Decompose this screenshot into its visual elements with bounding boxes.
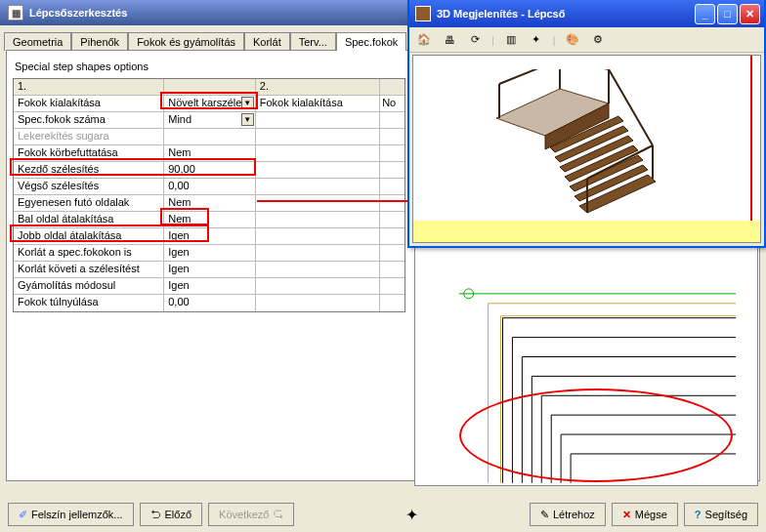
tab-korlat[interactable]: Korlát — [244, 32, 290, 51]
cell-korbefuttatasa-value[interactable]: Nem — [164, 145, 256, 161]
row-korbefuttatasa: Fokok körbefuttatása Nem — [14, 145, 404, 162]
preview-3d-toolbar: 🏠 🖶 ⟳ | ▥ ✦ | 🎨 ⚙ — [409, 27, 764, 53]
help-icon: ? — [695, 509, 702, 520]
view-icon[interactable]: ▥ — [502, 31, 520, 49]
row-korlat-koveti: Korlát követi a szélesítést Igen — [14, 262, 404, 278]
cancel-button[interactable]: ✕ Mégse — [612, 503, 678, 526]
row-bal-oldal: Bal oldal átalakítása Nem — [14, 212, 404, 228]
settings-icon[interactable]: ✦ — [528, 31, 545, 49]
col-header-1: 1. — [14, 79, 164, 95]
preview-3d-titlebar[interactable]: 3D Megjelenítés - Lépcső _ □ ✕ — [409, 0, 764, 27]
tab-terv[interactable]: Terv... — [290, 32, 336, 51]
gear-icon[interactable]: ⚙ — [589, 31, 607, 49]
refresh-icon[interactable]: ⟳ — [466, 31, 484, 49]
app-icon: ▦ — [8, 5, 23, 20]
palette-icon[interactable]: 🎨 — [564, 31, 581, 49]
row-gyamolitas-modosul: Gyámolítás módosul Igen — [14, 278, 404, 295]
cell-korlat-koveti-value[interactable]: Igen — [164, 262, 256, 277]
home-icon[interactable]: 🏠 — [415, 31, 433, 49]
tab-specfokok[interactable]: Spec.fokok — [336, 32, 406, 51]
pencil-icon: ✎ — [540, 509, 549, 521]
button-bar: ✐ Felszín jellemzők... ⮌ Előző Következő… — [0, 497, 766, 532]
stair-3d-render — [491, 69, 667, 225]
row-kezdo-szelesites: Kezdő szélesítés 90,00 — [14, 162, 404, 179]
row-fokok-kialakitasa: Fokok kialakítása Növelt karszéles▼ Foko… — [14, 96, 404, 112]
close-button[interactable]: ✕ — [740, 4, 760, 24]
row-fokok-tulnyulasa: Fokok túlnyúlása 0,00 — [14, 295, 404, 311]
row-vegso-szelesites: Végső szélesítés 0,00 — [14, 179, 404, 195]
tab-fokok[interactable]: Fokok és gyámolítás — [128, 32, 244, 51]
row-specfokok-szama: Spec.fokok száma Mind▼ — [14, 112, 404, 129]
cell-fokok-kialakitasa-value[interactable]: Növelt karszéles▼ — [164, 96, 256, 111]
print-icon[interactable]: 🖶 — [441, 31, 458, 49]
next-button: Következő ⮎ — [208, 503, 294, 526]
cell-kezdo-szelesites-value[interactable]: 90,00 — [164, 162, 256, 178]
row-korlat-specfokokon: Korlát a spec.fokokon is Igen — [14, 245, 404, 262]
stair-icon — [415, 6, 431, 21]
next-icon: ⮎ — [273, 509, 283, 520]
annotation-line — [750, 56, 752, 221]
cell-gyamolitas-modosul-value[interactable]: Igen — [164, 278, 256, 294]
help-button[interactable]: ? Segítség — [684, 503, 758, 526]
cell-egyenesen-futo-value[interactable]: Nem — [164, 195, 256, 211]
preview-3d-title: 3D Megjelenítés - Lépcső — [437, 8, 565, 20]
cell-vegso-szelesites-value[interactable]: 0,00 — [164, 179, 256, 194]
grid-header: 1. 2. — [14, 79, 404, 96]
tab-pihenok[interactable]: Pihenők — [71, 32, 128, 51]
row-jobb-oldal: Jobb oldal átalakítása Igen — [14, 228, 404, 245]
cell-korlat-specfokokon-value[interactable]: Igen — [164, 245, 256, 261]
row-egyenesen-futo: Egyenesen futó oldalak Nem — [14, 195, 404, 212]
maximize-button[interactable]: □ — [717, 4, 738, 24]
options-grid: 1. 2. Fokok kialakítása Növelt karszéles… — [13, 78, 405, 312]
cell-fokok-tulnyulasa-value[interactable]: 0,00 — [164, 295, 256, 311]
cell-specfokok-szama-value[interactable]: Mind▼ — [164, 112, 256, 128]
row-lekerekites: Lekerekítés sugara — [14, 129, 404, 145]
create-button[interactable]: ✎ Létrehoz — [530, 503, 606, 526]
surface-props-button[interactable]: ✐ Felszín jellemzők... — [8, 503, 134, 526]
cell-jobb-oldal-value[interactable]: Igen — [164, 228, 256, 244]
cell-bal-oldal-value[interactable]: Nem — [164, 212, 256, 227]
dropdown-icon[interactable]: ▼ — [241, 113, 254, 126]
minimize-button[interactable]: _ — [695, 4, 715, 24]
tab-geometria[interactable]: Geometria — [4, 32, 71, 51]
col-header-2: 2. — [256, 79, 380, 95]
brush-icon: ✐ — [19, 509, 27, 521]
preview-3d-window[interactable]: 3D Megjelenítés - Lépcső _ □ ✕ 🏠 🖶 ⟳ | ▥… — [407, 0, 766, 248]
prev-button[interactable]: ⮌ Előző — [140, 503, 203, 526]
preview-3d-canvas[interactable] — [412, 55, 761, 243]
close-icon: ✕ — [622, 509, 631, 521]
axis-icon[interactable]: ✦ — [405, 506, 418, 524]
prev-icon: ⮌ — [150, 509, 161, 520]
main-window-title: Lépcsőszerkesztés — [29, 7, 127, 19]
dropdown-icon[interactable]: ▼ — [241, 97, 254, 109]
